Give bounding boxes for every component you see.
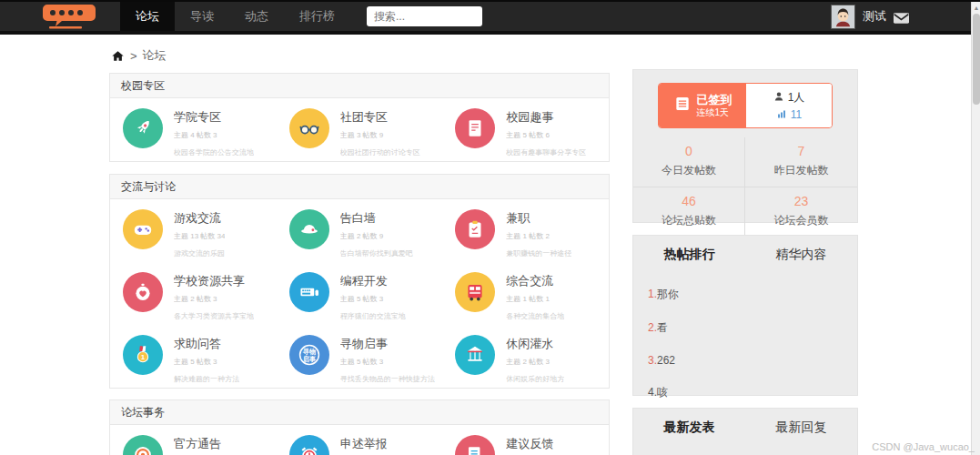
forum-stats: 主题 5 帖数 3 <box>340 294 406 304</box>
rank-number: 2. <box>648 321 657 334</box>
forum-item[interactable]: 告白墙主题 2 帖数 9告白墙帮你找到真爱吧 <box>277 199 443 262</box>
rank-number: 4. <box>648 386 657 399</box>
forum-title[interactable]: 游戏交流 <box>174 210 225 227</box>
hot-posts-panel: 热帖排行精华内容 1.那你2.看3.2624.咳 <box>632 235 858 396</box>
nav-item[interactable]: 排行榜 <box>284 2 350 31</box>
stat-label: 论坛总贴数 <box>633 213 744 228</box>
forum-item[interactable]: 官方通告 <box>110 425 277 455</box>
forum-stats: 主题 2 帖数 9 <box>340 231 413 241</box>
forum-description: 告白墙帮你找到真爱吧 <box>340 248 413 258</box>
forum-description: 校园各学院的公告交流地 <box>174 147 254 157</box>
forum-description: 游戏交流的乐园 <box>174 248 225 258</box>
forum-item[interactable]: 学校资源共享主题 2 帖数 3各大学习类资源共享宝地 <box>110 262 277 325</box>
forum-title[interactable]: 校园趣事 <box>506 109 586 126</box>
forum-title[interactable]: 学校资源共享 <box>174 273 254 289</box>
forum-title[interactable]: 兼职 <box>506 210 571 227</box>
forum-description: 各大学习类资源共享宝地 <box>174 311 254 321</box>
forum-title[interactable]: 告白墙 <box>340 210 413 227</box>
breadcrumb-current[interactable]: 论坛 <box>143 47 167 64</box>
stat-label: 论坛会员数 <box>745 213 857 228</box>
forum-stats: 主题 3 帖数 9 <box>340 130 420 140</box>
forum-title[interactable]: 官方通告 <box>174 436 221 452</box>
stat-cell: 46论坛总贴数 <box>633 187 745 237</box>
forum-item[interactable]: 1求助问答主题 5 帖数 3解决难题的一种方法 <box>110 325 277 388</box>
home-icon[interactable] <box>111 49 125 63</box>
section-title: 校园专区 <box>110 74 609 98</box>
rank-number: 1. <box>648 288 657 300</box>
forum-item[interactable]: 游戏交流主题 13 帖数 34游戏交流的乐园 <box>110 199 277 262</box>
scroll-thumb[interactable] <box>973 14 980 105</box>
forum-item[interactable]: 社团专区主题 3 帖数 9校园社团行动的讨论专区 <box>277 98 443 161</box>
forum-title[interactable]: 社团专区 <box>340 109 420 126</box>
forum-item[interactable]: 校园趣事主题 5 帖数 6校园有趣事聊事分享专区 <box>442 98 609 161</box>
forum-title[interactable]: 编程开发 <box>340 273 406 289</box>
post-title[interactable]: 咳 <box>657 386 668 399</box>
signin-button[interactable]: 已签到 连续1天 <box>659 84 746 127</box>
post-list-item[interactable]: 1.那你 <box>648 287 857 302</box>
breadcrumb: > 论坛 <box>111 47 167 64</box>
stat-value: 23 <box>745 194 857 208</box>
nav-item[interactable]: 动态 <box>229 2 284 31</box>
stat-cell: 7昨日发帖数 <box>745 137 857 187</box>
forum-item[interactable]: 寻物启事寻物启事主题 5 帖数 3寻找丢失物品的一种快捷方法 <box>277 325 443 388</box>
scrollbar[interactable]: ▲ <box>971 2 980 455</box>
gamepad-icon <box>123 209 163 249</box>
post-title[interactable]: 那你 <box>657 288 679 300</box>
post-title[interactable]: 262 <box>657 354 675 367</box>
post-list-item[interactable]: 4.咳 <box>648 385 857 400</box>
nav-item[interactable]: 导读 <box>175 2 229 31</box>
signin-widget[interactable]: 已签到 连续1天 1人 11 <box>658 83 833 128</box>
stat-label: 今日发帖数 <box>633 163 744 178</box>
forum-stats: 主题 13 帖数 34 <box>174 231 225 241</box>
forum-title[interactable]: 休闲灌水 <box>506 336 564 352</box>
forum-grid: 游戏交流主题 13 帖数 34游戏交流的乐园告白墙主题 2 帖数 9告白墙帮你找… <box>110 199 609 388</box>
nav-item[interactable]: 论坛 <box>120 2 175 31</box>
forum-title[interactable]: 建议反馈 <box>506 436 553 452</box>
search-input[interactable] <box>367 6 482 26</box>
forum-item[interactable]: 申述举报 <box>277 425 443 455</box>
post-list-item[interactable]: 2.看 <box>648 320 857 336</box>
svg-text:启事: 启事 <box>302 355 317 363</box>
forum-item[interactable]: 兼职主题 1 帖数 2兼职赚钱的一种途径 <box>442 199 609 262</box>
siren-icon <box>289 435 329 455</box>
forum-stats: 0今日发帖数7昨日发帖数46论坛总贴数23论坛会员数 <box>633 137 857 237</box>
stopwatch-icon <box>123 272 163 312</box>
forum-title[interactable]: 寻物启事 <box>340 336 435 352</box>
avatar[interactable] <box>831 5 855 29</box>
tab[interactable]: 精华内容 <box>745 247 857 263</box>
stat-value: 7 <box>745 144 857 158</box>
scroll-up-icon[interactable]: ▲ <box>972 2 980 13</box>
forum-title[interactable]: 综合交流 <box>506 273 564 289</box>
mail-icon[interactable] <box>894 11 909 22</box>
forum-title[interactable]: 求助问答 <box>174 336 239 352</box>
post-title[interactable]: 看 <box>657 321 668 334</box>
forum-description: 寻找丢失物品的一种快捷方法 <box>340 374 435 384</box>
tab[interactable]: 热帖排行 <box>633 247 745 263</box>
svg-text:1: 1 <box>141 353 146 361</box>
tab[interactable]: 最新发表 <box>633 420 745 436</box>
forum-stats: 主题 1 帖数 2 <box>506 231 571 241</box>
forum-section: 交流与讨论游戏交流主题 13 帖数 34游戏交流的乐园告白墙主题 2 帖数 9告… <box>109 174 610 389</box>
forum-item[interactable]: 休闲灌水主题 2 帖数 3休闲娱乐的好地方 <box>442 325 609 388</box>
lostfound-icon: 寻物启事 <box>289 335 329 375</box>
stat-value: 46 <box>633 194 744 208</box>
forum-title[interactable]: 申述举报 <box>340 436 388 452</box>
carousel-icon <box>455 335 495 375</box>
forum-item[interactable]: 学院专区主题 4 帖数 3校园各学院的公告交流地 <box>110 98 277 161</box>
breadcrumb-separator: > <box>130 49 137 63</box>
forum-stats: 主题 5 帖数 3 <box>174 357 239 367</box>
post-list-item[interactable]: 3.262 <box>648 354 857 367</box>
signin-count: 11 <box>791 108 802 121</box>
svg-text:寻物: 寻物 <box>302 348 316 356</box>
forum-item[interactable]: 综合交流主题 1 帖数 1各种交流的集合地 <box>442 262 609 325</box>
username[interactable]: 测试 <box>863 8 886 25</box>
forum-item[interactable]: 编程开发主题 5 帖数 3程序猿们的交流宝地 <box>277 262 443 325</box>
forum-title[interactable]: 学院专区 <box>174 109 254 126</box>
tab[interactable]: 最新回复 <box>745 420 857 436</box>
section-title: 交流与讨论 <box>110 175 609 199</box>
forum-item[interactable]: 建议反馈 <box>442 425 609 455</box>
signin-users: 1人 <box>788 90 805 106</box>
clipboard-icon <box>455 209 495 249</box>
site-logo[interactable] <box>40 3 98 30</box>
glasses-icon <box>289 108 329 148</box>
